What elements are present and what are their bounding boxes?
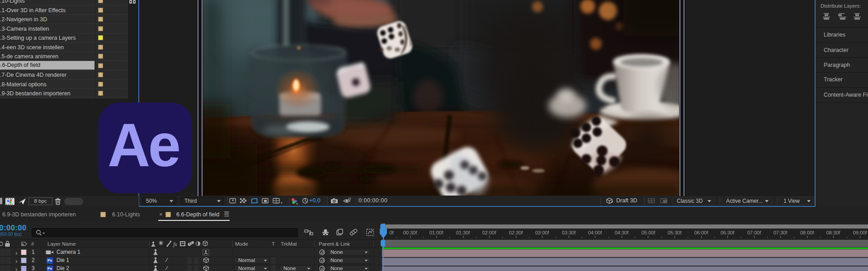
svg-text:fx: fx xyxy=(173,241,177,248)
svg-text:#: # xyxy=(31,241,34,247)
